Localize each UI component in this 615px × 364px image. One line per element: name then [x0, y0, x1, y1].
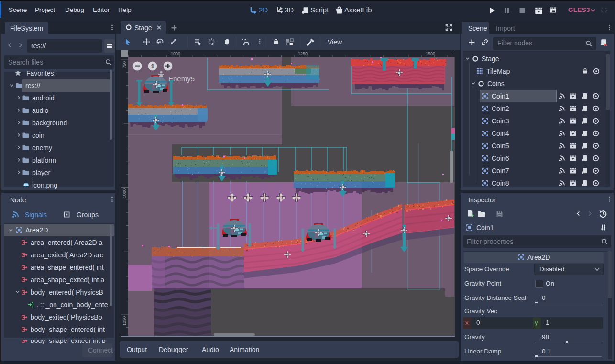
- svg-text:Enemy5: Enemy5: [168, 75, 195, 83]
- svg-text:1: 1: [151, 63, 154, 70]
